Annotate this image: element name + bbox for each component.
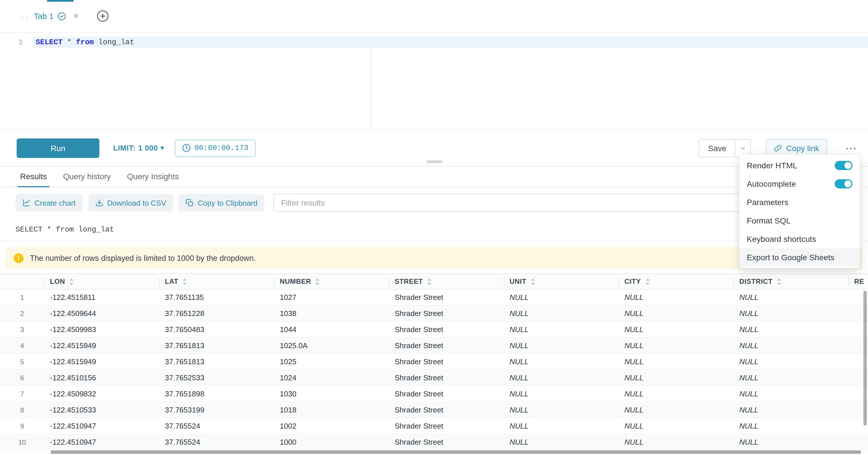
save-button[interactable]: Save bbox=[699, 139, 736, 157]
cell: -122.4509983 bbox=[44, 322, 159, 337]
row-number-cell: 11 bbox=[0, 450, 44, 455]
run-button[interactable]: Run bbox=[17, 138, 99, 158]
toggle-autocomplete[interactable] bbox=[835, 179, 852, 188]
warning-icon: ! bbox=[14, 253, 24, 263]
more-options-button[interactable]: ⋯ bbox=[842, 139, 859, 156]
results-table-container: LONLATNUMBERSTREETUNITCITYDISTRICTRE1-12… bbox=[0, 273, 868, 455]
sql-token: long_lat bbox=[94, 38, 134, 47]
sql-token: from bbox=[76, 38, 94, 47]
column-header-label: STREET bbox=[395, 277, 423, 285]
cell: NULL bbox=[619, 354, 734, 370]
row-number-cell: 3 bbox=[0, 322, 44, 337]
cell: 37.765524 bbox=[159, 418, 274, 434]
toggle-render-html[interactable] bbox=[835, 161, 852, 170]
cell: Shrader Street bbox=[389, 434, 504, 450]
row-number-cell: 1 bbox=[0, 289, 44, 305]
create-chart-button[interactable]: Create chart bbox=[16, 194, 83, 211]
tab-tab1[interactable]: ⋮⋮ Tab 1 ✕ bbox=[17, 6, 81, 26]
row-number-cell: 5 bbox=[0, 354, 44, 370]
column-header-district[interactable]: DISTRICT bbox=[734, 274, 848, 289]
editor-tab-bar: ⋮⋮ Tab 1 ✕ bbox=[0, 0, 868, 33]
copy-icon bbox=[186, 199, 194, 207]
column-header-street[interactable]: STREET bbox=[389, 274, 504, 289]
line-number: 1 bbox=[0, 37, 33, 48]
sort-icon bbox=[315, 278, 320, 285]
copy-to-clipboard-label: Copy to Clipboard bbox=[197, 199, 257, 207]
cell: Shrader Street bbox=[389, 354, 504, 370]
cell: 1030 bbox=[274, 386, 389, 402]
cell: NULL bbox=[504, 370, 619, 386]
sort-icon bbox=[427, 278, 432, 285]
column-header-lon[interactable]: LON bbox=[44, 274, 159, 289]
table-row: 4-122.451594937.76518131025.0AShrader St… bbox=[0, 337, 868, 354]
caret-down-icon: ▾ bbox=[161, 144, 164, 152]
column-header-lat[interactable]: LAT bbox=[159, 274, 274, 289]
cell: Shrader Street bbox=[389, 305, 504, 322]
column-divider bbox=[274, 277, 275, 286]
column-header-re[interactable]: RE bbox=[848, 274, 868, 289]
column-header-label: LAT bbox=[165, 277, 178, 285]
cell: 1025 bbox=[274, 354, 389, 370]
cell: NULL bbox=[734, 402, 848, 418]
download-csv-button[interactable]: Download to CSV bbox=[88, 194, 173, 211]
row-number-cell: 10 bbox=[0, 434, 44, 450]
cell: Shrader Street bbox=[389, 386, 504, 402]
cell: NULL bbox=[504, 434, 619, 450]
limit-dropdown[interactable]: LIMIT: 1 000 ▾ bbox=[113, 144, 164, 152]
column-header-unit[interactable]: UNIT bbox=[504, 274, 619, 289]
cell: -122.4515949 bbox=[44, 354, 159, 370]
menu-item-parameters[interactable]: Parameters bbox=[739, 193, 860, 211]
cell: -122.4515949 bbox=[44, 337, 159, 354]
table-row: 5-122.451594937.76518131025Shrader Stree… bbox=[0, 354, 868, 370]
sort-icon bbox=[645, 278, 650, 285]
sql-editor[interactable]: 1 SELECT * from long_lat bbox=[0, 33, 868, 129]
row-number-cell: 2 bbox=[0, 305, 44, 322]
cell: NULL bbox=[734, 434, 848, 450]
cell: -122.4509644 bbox=[44, 305, 159, 322]
sort-icon bbox=[530, 278, 535, 285]
active-tab-indicator bbox=[47, 0, 73, 2]
cell: -122.4510533 bbox=[44, 402, 159, 418]
editor-code-area[interactable]: SELECT * from long_lat bbox=[33, 33, 868, 129]
menu-item-keyboard-shortcuts[interactable]: Keyboard shortcuts bbox=[739, 230, 860, 248]
cell: NULL bbox=[734, 354, 848, 370]
cell: 1018 bbox=[274, 402, 389, 418]
cell: Shrader Street bbox=[389, 322, 504, 337]
toggle-knob bbox=[844, 162, 851, 169]
column-header-number[interactable]: NUMBER bbox=[274, 274, 389, 289]
add-tab-button[interactable] bbox=[97, 10, 110, 22]
cell: NULL bbox=[619, 434, 734, 450]
link-icon bbox=[774, 144, 782, 152]
cell: NULL bbox=[504, 289, 619, 305]
cell: Shrader Street bbox=[389, 418, 504, 434]
column-header-city[interactable]: CITY bbox=[619, 274, 734, 289]
cell: 1025.0A bbox=[274, 337, 389, 354]
query-timer: 00:00:00.173 bbox=[174, 139, 256, 156]
row-number-cell: 7 bbox=[0, 386, 44, 402]
tab-query-history[interactable]: Query history bbox=[63, 172, 111, 187]
column-divider bbox=[734, 277, 734, 286]
cell: 37.7651135 bbox=[159, 289, 274, 305]
menu-item-render-html[interactable]: Render HTML bbox=[739, 156, 860, 175]
tab-results[interactable]: Results bbox=[20, 172, 47, 187]
copy-to-clipboard-button[interactable]: Copy to Clipboard bbox=[179, 194, 264, 211]
column-divider bbox=[44, 277, 45, 286]
menu-item-autocomplete[interactable]: Autocomplete bbox=[739, 175, 860, 193]
menu-item-export-google-sheets[interactable]: Export to Google Sheets bbox=[739, 248, 860, 267]
cell: NULL bbox=[619, 289, 734, 305]
table-row: 9-122.451094737.7655241002Shrader Street… bbox=[0, 418, 868, 434]
sort-icon bbox=[69, 278, 74, 285]
cell: NULL bbox=[734, 337, 848, 354]
close-tab-icon[interactable]: ✕ bbox=[73, 12, 79, 20]
plus-circle-icon bbox=[97, 10, 110, 22]
pane-resize-handle[interactable] bbox=[426, 160, 442, 163]
tab-query-insights[interactable]: Query Insights bbox=[127, 172, 179, 187]
row-limit-warning-banner: ! The number of rows displayed is limite… bbox=[6, 247, 862, 269]
drag-handle-icon[interactable]: ⋮⋮ bbox=[19, 12, 30, 20]
vertical-scrollbar[interactable] bbox=[863, 291, 867, 426]
menu-item-format-sql[interactable]: Format SQL bbox=[739, 211, 860, 230]
horizontal-scrollbar[interactable] bbox=[51, 450, 861, 454]
cell: NULL bbox=[734, 386, 848, 402]
table-row: 6-122.451015637.76525331024Shrader Stree… bbox=[0, 370, 868, 386]
cell: 37.7650483 bbox=[159, 322, 274, 337]
